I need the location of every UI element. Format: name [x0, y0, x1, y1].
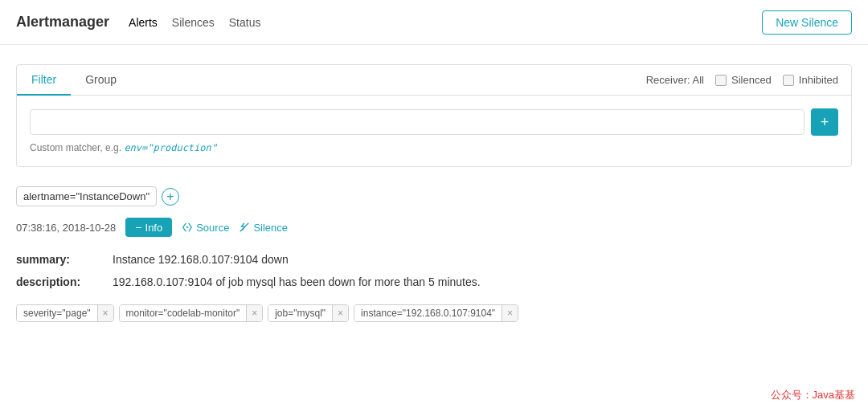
silenced-label: Silenced	[731, 74, 772, 86]
source-icon	[182, 222, 193, 233]
source-button[interactable]: Source	[182, 222, 229, 234]
alert-details: summary: Instance 192.168.0.107:9104 dow…	[16, 245, 852, 296]
navbar-right: New Silence	[762, 10, 852, 35]
nav-status[interactable]: Status	[229, 16, 261, 29]
brand-title: Alertmanager	[16, 14, 109, 31]
alert-tag-text: instance="192.168.0.107:9104"	[354, 305, 502, 321]
alert-tag-text: monitor="codelab-monitor"	[120, 305, 247, 321]
inhibited-label: Inhibited	[799, 74, 838, 86]
silence-button[interactable]: Silence	[239, 222, 288, 234]
alert-tag: monitor="codelab-monitor" ×	[119, 304, 264, 322]
alert-tag: severity="page" ×	[16, 304, 114, 322]
new-silence-button[interactable]: New Silence	[762, 10, 852, 35]
alert-tag-remove-button[interactable]: ×	[332, 305, 348, 321]
filter-input-row: +	[30, 108, 838, 136]
alert-group-tags: alertname="InstanceDown" +	[16, 186, 852, 206]
alert-tag-remove-button[interactable]: ×	[502, 305, 518, 321]
tab-filter[interactable]: Filter	[17, 65, 71, 96]
navbar: Alertmanager Alerts Silences Status New …	[0, 0, 868, 45]
alert-tags: severity="page" × monitor="codelab-monit…	[16, 304, 852, 322]
inhibited-checkbox[interactable]	[783, 75, 794, 86]
summary-value: Instance 192.168.0.107:9104 down	[113, 253, 289, 266]
group-tag-add-button[interactable]: +	[162, 188, 179, 206]
filter-add-button[interactable]: +	[811, 108, 838, 136]
silence-icon	[239, 222, 250, 233]
description-row: description: 192.168.0.107:9104 of job m…	[16, 271, 852, 293]
filter-hint: Custom matcher, e.g. env="production"	[30, 142, 838, 153]
alert-tag-remove-button[interactable]: ×	[246, 305, 262, 321]
alert-item: 07:38:16, 2018-10-28 − Info Source Silen…	[16, 218, 852, 322]
alert-tag: job="mysql" ×	[268, 304, 349, 322]
summary-label: summary:	[16, 253, 113, 266]
minus-icon: −	[135, 221, 141, 234]
nav-alerts[interactable]: Alerts	[129, 16, 158, 29]
nav-silences[interactable]: Silences	[172, 16, 215, 29]
nav-links: Alerts Silences Status	[129, 16, 762, 29]
alert-tag-remove-button[interactable]: ×	[97, 305, 113, 321]
filter-body: + Custom matcher, e.g. env="production"	[17, 96, 851, 166]
main-content: Filter Group Receiver: All Silenced Inhi…	[0, 45, 868, 354]
alert-timestamp: 07:38:16, 2018-10-28	[16, 222, 116, 234]
tab-group[interactable]: Group	[71, 65, 131, 96]
filter-tab-right: Receiver: All Silenced Inhibited	[633, 65, 851, 95]
alert-header: 07:38:16, 2018-10-28 − Info Source Silen…	[16, 218, 852, 237]
group-tag: alertname="InstanceDown"	[16, 186, 157, 206]
filter-input[interactable]	[30, 109, 805, 135]
alert-tag-text: job="mysql"	[268, 305, 332, 321]
description-value: 192.168.0.107:9104 of job mysql has been…	[113, 275, 481, 288]
silenced-checkbox[interactable]	[715, 75, 727, 86]
alert-tag-text: severity="page"	[17, 305, 97, 321]
summary-row: summary: Instance 192.168.0.107:9104 dow…	[16, 248, 852, 271]
description-label: description:	[16, 275, 113, 288]
inhibited-checkbox-group[interactable]: Inhibited	[783, 74, 838, 86]
filter-tabs: Filter Group Receiver: All Silenced Inhi…	[17, 65, 851, 96]
silenced-checkbox-group[interactable]: Silenced	[715, 74, 772, 86]
alert-group: alertname="InstanceDown" + 07:38:16, 201…	[16, 186, 852, 322]
filter-card: Filter Group Receiver: All Silenced Inhi…	[16, 64, 852, 167]
info-button[interactable]: − Info	[125, 218, 172, 237]
receiver-label: Receiver: All	[646, 74, 704, 86]
alert-tag: instance="192.168.0.107:9104" ×	[354, 304, 518, 322]
